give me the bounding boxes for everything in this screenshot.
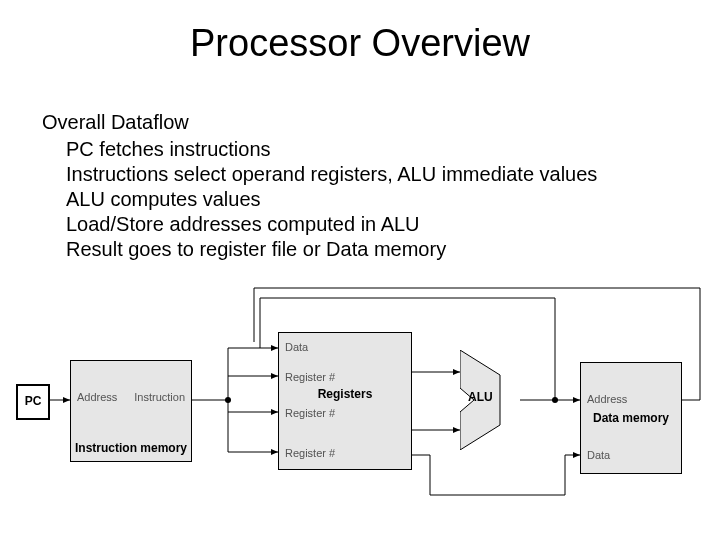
bullet: Instructions select operand registers, A… xyxy=(66,162,597,187)
body-text: Overall Dataflow PC fetches instructions… xyxy=(42,110,597,262)
data-in-label: Data xyxy=(285,341,308,353)
instruction-memory-block: Address Instruction Instruction memory xyxy=(70,360,192,462)
registers-title: Registers xyxy=(279,387,411,401)
bullet: ALU computes values xyxy=(66,187,597,212)
alu-block: ALU xyxy=(460,350,522,450)
address-label: Address xyxy=(77,391,117,403)
page-title: Processor Overview xyxy=(0,0,720,65)
reg1-label: Register # xyxy=(285,371,335,383)
data-memory-block: Address Data Data memory xyxy=(580,362,682,474)
imem-title: Instruction memory xyxy=(71,441,191,455)
alu-title: ALU xyxy=(468,390,493,404)
bullet: Result goes to register file or Data mem… xyxy=(66,237,597,262)
dmem-address-label: Address xyxy=(587,393,627,405)
reg3-label: Register # xyxy=(285,447,335,459)
registers-block: Data Register # Register # Register # Re… xyxy=(278,332,412,470)
pc-block: PC xyxy=(16,384,50,420)
reg2-label: Register # xyxy=(285,407,335,419)
bullet: Load/Store addresses computed in ALU xyxy=(66,212,597,237)
bullet: PC fetches instructions xyxy=(66,137,597,162)
instruction-label: Instruction xyxy=(134,391,185,403)
dmem-title: Data memory xyxy=(581,411,681,425)
dmem-data-label: Data xyxy=(587,449,610,461)
subtitle: Overall Dataflow xyxy=(42,110,597,135)
datapath-diagram: PC Address Instruction Instruction memor… xyxy=(10,280,710,530)
